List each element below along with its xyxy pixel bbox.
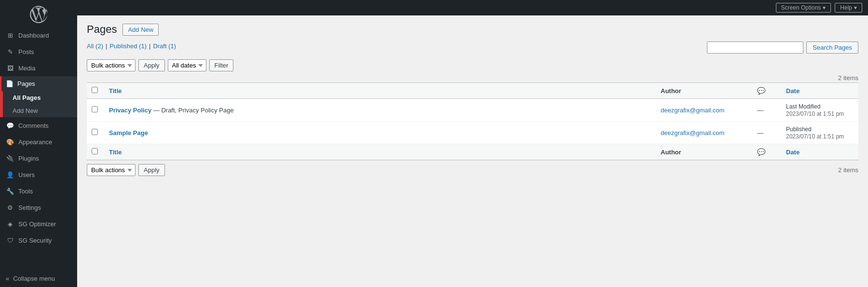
collapse-label: Collapse menu — [13, 275, 55, 282]
sidebar-item-label: Dashboard — [18, 32, 49, 39]
search-input[interactable] — [707, 41, 803, 54]
sidebar-item-label: Comments — [18, 122, 49, 129]
row2-checkbox-cell — [87, 122, 104, 144]
tfoot-title[interactable]: Title — [104, 144, 656, 160]
sidebar-item-plugins[interactable]: 🔌 Plugins — [0, 150, 77, 166]
help-button[interactable]: Help ▾ — [835, 3, 862, 13]
apply-button-bottom[interactable]: Apply — [138, 164, 165, 176]
comment-bubble-icon: 💬 — [757, 87, 765, 95]
content-area: Pages Add New All (2) | Published (1) | … — [77, 15, 868, 287]
row2-comments-cell: — — [752, 122, 781, 144]
search-pages-button[interactable]: Search Pages — [806, 41, 858, 54]
sidebar-item-media[interactable]: 🖼 Media — [0, 60, 77, 76]
plugins-icon: 🔌 — [6, 154, 14, 163]
media-icon: 🖼 — [6, 64, 14, 72]
sidebar-item-pages-group: 📄 Pages All Pages Add New — [0, 76, 77, 117]
comments-icon: 💬 — [6, 121, 14, 130]
sidebar-item-label: Plugins — [18, 155, 39, 162]
sidebar-item-sg-security[interactable]: 🛡 SG Security — [0, 232, 77, 248]
main-content: Screen Options ▾ Help ▾ Pages Add New Al… — [77, 0, 868, 287]
row1-date-status: Last Modified — [786, 103, 820, 110]
row2-date-cell: Published 2023/07/10 at 1:51 pm — [781, 122, 858, 144]
users-icon: 👤 — [6, 170, 14, 179]
screen-options-button[interactable]: Screen Options ▾ — [776, 3, 831, 13]
select-all-checkbox-bottom[interactable] — [92, 148, 98, 154]
top-toolbar: Bulk actions Apply All dates Filter — [87, 59, 858, 71]
sidebar-item-tools[interactable]: 🔧 Tools — [0, 183, 77, 199]
row2-checkbox[interactable] — [92, 129, 98, 135]
th-date[interactable]: Date — [781, 83, 858, 99]
sidebar-item-settings[interactable]: ⚙ Settings — [0, 199, 77, 216]
filter-links: All (2) | Published (1) | Draft (1) — [87, 42, 176, 50]
help-chevron-icon: ▾ — [854, 4, 857, 11]
row1-author-link[interactable]: deezgrafix@gmail.com — [661, 107, 724, 114]
sg-security-icon: 🛡 — [6, 236, 14, 245]
sidebar-item-label: Media — [18, 65, 35, 72]
sidebar: ⊞ Dashboard ✎ Posts 🖼 Media 📄 Pages All … — [0, 0, 77, 287]
search-area: Search Pages — [707, 41, 858, 54]
tfoot-comments: 💬 — [752, 144, 781, 160]
comment-bubble-icon-footer: 💬 — [757, 148, 765, 156]
sidebar-item-posts[interactable]: ✎ Posts — [0, 43, 77, 60]
sidebar-item-users[interactable]: 👤 Users — [0, 166, 77, 183]
bottom-toolbar: Bulk actions Apply 2 items — [87, 164, 858, 176]
select-all-checkbox-top[interactable] — [92, 87, 98, 93]
row1-title-desc: — Draft, Privacy Policy Page — [153, 107, 234, 114]
add-new-button[interactable]: Add New — [122, 24, 159, 36]
sidebar-item-label: Appearance — [18, 138, 52, 146]
row1-title-link[interactable]: Privacy Policy — [109, 107, 153, 114]
filter-all-link[interactable]: All (2) — [87, 42, 103, 50]
items-count-top: 2 items — [87, 74, 858, 82]
th-comments: 💬 — [752, 83, 781, 99]
apply-button-top[interactable]: Apply — [138, 59, 165, 71]
items-count-bottom: 2 items — [838, 166, 858, 174]
sidebar-item-label: Pages — [17, 80, 35, 87]
row1-checkbox-cell — [87, 99, 104, 122]
sidebar-item-comments[interactable]: 💬 Comments — [0, 117, 77, 134]
row1-checkbox[interactable] — [92, 106, 98, 112]
th-checkbox — [87, 83, 104, 99]
appearance-icon: 🎨 — [6, 137, 14, 146]
dashboard-icon: ⊞ — [6, 31, 14, 40]
bottom-toolbar-left: Bulk actions Apply — [87, 164, 165, 176]
page-title: Pages — [87, 23, 117, 36]
row2-author-link[interactable]: deezgrafix@gmail.com — [661, 129, 724, 137]
help-label: Help — [840, 4, 852, 11]
row1-comments-cell: — — [752, 99, 781, 122]
row2-date-status: Published — [786, 126, 812, 133]
sidebar-item-label: Users — [18, 171, 35, 178]
sidebar-subitem-all-pages[interactable]: All Pages — [3, 91, 77, 104]
bulk-actions-select-bottom[interactable]: Bulk actions — [87, 164, 136, 176]
sidebar-item-sg-optimizer[interactable]: ◈ SG Optimizer — [0, 216, 77, 232]
row2-title-link[interactable]: Sample Page — [109, 129, 148, 137]
sidebar-item-appearance[interactable]: 🎨 Appearance — [0, 134, 77, 150]
sidebar-item-dashboard[interactable]: ⊞ Dashboard — [0, 27, 77, 43]
screen-options-chevron-icon: ▾ — [823, 4, 826, 11]
all-dates-select[interactable]: All dates — [168, 59, 206, 71]
wp-logo — [0, 0, 77, 27]
tfoot-date[interactable]: Date — [781, 144, 858, 160]
sidebar-item-label: SG Optimizer — [18, 220, 56, 228]
sidebar-item-pages[interactable]: 📄 Pages — [1, 76, 77, 91]
sidebar-item-label: Tools — [18, 188, 33, 195]
settings-icon: ⚙ — [6, 203, 14, 212]
collapse-menu-button[interactable]: « Collapse menu — [0, 270, 77, 287]
filter-published-link[interactable]: Published (1) — [109, 42, 147, 50]
table-footer-row: Title Author 💬 Date — [87, 144, 858, 160]
sidebar-item-label: SG Security — [18, 237, 52, 244]
th-title[interactable]: Title — [104, 83, 656, 99]
table-row: Privacy Policy — Draft, Privacy Policy P… — [87, 99, 858, 122]
th-author: Author — [656, 83, 752, 99]
filter-button[interactable]: Filter — [209, 59, 234, 71]
screen-options-label: Screen Options — [781, 4, 821, 11]
row1-comments-value: — — [757, 107, 763, 114]
filter-draft-link[interactable]: Draft (1) — [153, 42, 176, 50]
sg-optimizer-icon: ◈ — [6, 219, 14, 228]
tfoot-author: Author — [656, 144, 752, 160]
table-row: Sample Page deezgrafix@gmail.com — Publi… — [87, 122, 858, 144]
row2-comments-value: — — [757, 129, 763, 137]
sidebar-subitem-add-new-page[interactable]: Add New — [3, 104, 77, 117]
posts-icon: ✎ — [6, 47, 14, 56]
bulk-actions-select-top[interactable]: Bulk actions — [87, 59, 136, 71]
pages-submenu: All Pages Add New — [1, 91, 77, 117]
